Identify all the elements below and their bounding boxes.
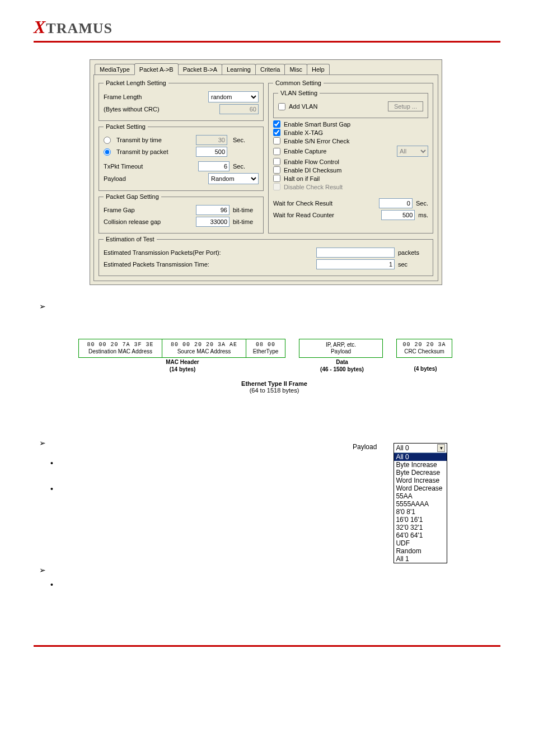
- select-payload[interactable]: Random: [208, 173, 259, 184]
- input-transmit-time: [196, 135, 227, 145]
- payload-options-list: All 0 Byte Increase Byte Decrease Word I…: [394, 453, 447, 563]
- check-capture[interactable]: [273, 148, 280, 155]
- bullet-dot-3: •: [50, 580, 500, 589]
- payload-opt-10[interactable]: 64'0 64'1: [394, 531, 447, 539]
- group-vlan: VLAN Setting Add VLAN Setup ...: [273, 90, 428, 118]
- bullet-1: ➢: [39, 302, 500, 311]
- check-xtag[interactable]: [273, 129, 280, 136]
- payload-opt-5[interactable]: 55AA: [394, 492, 447, 500]
- check-flow-control[interactable]: [273, 158, 280, 165]
- select-frame-length[interactable]: random: [208, 91, 259, 102]
- brand-header: XTRAMUS: [34, 17, 500, 43]
- group-packet-length: Packet Length Setting Frame Length rando…: [99, 80, 264, 121]
- check-add-vlan[interactable]: [278, 103, 285, 110]
- label-transmit-packet: Transmit by packet: [116, 148, 193, 155]
- chevron-down-icon[interactable]: ▼: [437, 444, 445, 452]
- payload-opt-0[interactable]: All 0: [394, 453, 447, 461]
- label-transmit-time: Transmit by time: [116, 137, 193, 143]
- label-frame-length: Frame Length: [104, 94, 205, 100]
- tab-bar: MediaType Packet A->B Packet B->A Learni…: [93, 63, 438, 74]
- label-capture: Enable Capture: [284, 148, 395, 155]
- fd-payload: IP, ARP, etc. Payload: [299, 339, 383, 358]
- label-est-time: Estimated Packets Transmission Time:: [104, 261, 313, 268]
- radio-transmit-time[interactable]: [104, 137, 111, 144]
- footer-rule: [34, 645, 500, 647]
- input-wait-read[interactable]: [381, 210, 415, 220]
- payload-opt-11[interactable]: UDF: [394, 539, 447, 547]
- fd-title: Ethernet Type II Frame (64 to 1518 bytes…: [78, 380, 470, 394]
- label-frame-gap: Frame Gap: [104, 207, 193, 213]
- legend-common: Common Setting: [273, 80, 324, 86]
- fd-crc: 00 20 20 3A CRC Checksum: [396, 339, 452, 358]
- payload-opt-9[interactable]: 32'0 32'1: [394, 524, 447, 531]
- group-packet-gap: Packet Gap Setting Frame Gap bit-time Co…: [99, 193, 264, 234]
- label-payload-dd: Payload: [353, 443, 377, 451]
- label-add-vlan: Add VLAN: [289, 103, 385, 110]
- group-common-setting: Common Setting VLAN Setting Add VLAN Set…: [268, 80, 433, 234]
- payload-dropdown[interactable]: All 0 ▼ All 0 Byte Increase Byte Decreas…: [394, 443, 447, 563]
- payload-opt-1[interactable]: Byte Increase: [394, 461, 447, 469]
- input-wait-check[interactable]: [379, 198, 413, 208]
- unit-frame-gap: bit-time: [233, 207, 259, 213]
- tab-panel: Packet Length Setting Frame Length rando…: [93, 74, 438, 281]
- tab-mediatype[interactable]: MediaType: [95, 64, 135, 74]
- label-sn-error: Enable S/N Error Check: [284, 138, 349, 144]
- label-wait-read: Wait for Read Counter: [273, 212, 378, 218]
- check-halt-fail[interactable]: [273, 175, 280, 182]
- check-disable-check-result: [273, 183, 280, 190]
- fd-ethertype: 08 00 EtherType: [246, 339, 285, 358]
- label-collision-gap: Collision release gap: [104, 218, 193, 225]
- radio-transmit-packet[interactable]: [104, 148, 111, 156]
- check-smart-burst-gap[interactable]: [273, 120, 280, 128]
- tab-packet-a-b[interactable]: Packet A->B: [134, 63, 179, 75]
- fd-dest: 80 00 20 7A 3F 3E Destination MAC Addres…: [78, 339, 162, 358]
- ethernet-frame-diagram: 80 00 20 7A 3F 3E Destination MAC Addres…: [78, 339, 470, 394]
- check-sn-error[interactable]: [273, 137, 280, 144]
- unit-collision-gap: bit-time: [233, 218, 259, 225]
- input-transmit-packet[interactable]: [196, 147, 227, 157]
- label-xtag: Enable X-TAG: [284, 129, 323, 136]
- label-disable-check-result: Disable Check Result: [284, 184, 343, 190]
- payload-opt-13[interactable]: All 1: [394, 555, 447, 563]
- input-bytes-no-crc: [219, 104, 259, 114]
- select-capture-mode: All: [397, 146, 428, 157]
- input-est-packets: [316, 248, 395, 258]
- payload-opt-6[interactable]: 5555AAAA: [394, 500, 447, 508]
- label-est-packets: Estimated Transmission Packets(Per Port)…: [104, 249, 313, 256]
- label-payload: Payload: [104, 175, 205, 182]
- payload-opt-8[interactable]: 16'0 16'1: [394, 516, 447, 524]
- payload-opt-3[interactable]: Word Increase: [394, 477, 447, 484]
- legend-packet-setting: Packet Setting: [104, 123, 148, 130]
- tab-packet-b-a[interactable]: Packet B->A: [178, 64, 222, 74]
- button-vlan-setup[interactable]: Setup ...: [388, 101, 423, 111]
- packet-config-dialog: MediaType Packet A->B Packet B->A Learni…: [90, 59, 442, 285]
- unit-transmit-time: Sec.: [233, 137, 259, 143]
- unit-est-packets: packets: [398, 249, 428, 256]
- bullet-3: ➢: [39, 566, 500, 575]
- input-txpkt-timeout[interactable]: [198, 161, 229, 171]
- label-bytes-no-crc: (Bytes without CRC): [104, 106, 216, 113]
- tab-criteria[interactable]: Criteria: [255, 64, 285, 74]
- check-di-checksum[interactable]: [273, 166, 280, 174]
- label-flow-control: Enable Flow Control: [284, 158, 339, 165]
- input-frame-gap[interactable]: [196, 205, 229, 215]
- payload-opt-4[interactable]: Word Decrease: [394, 484, 447, 492]
- tab-misc[interactable]: Misc: [284, 64, 307, 74]
- payload-opt-7[interactable]: 8'0 8'1: [394, 508, 447, 516]
- label-txpkt-timeout: TxPkt Timeout: [104, 163, 195, 170]
- checks-container: Enable Smart Burst Gap Enable X-TAG Enab…: [273, 120, 428, 190]
- legend-vlan: VLAN Setting: [278, 90, 320, 96]
- label-di-checksum: Enable DI Checksum: [284, 167, 341, 174]
- payload-selected-value: All 0: [396, 444, 409, 452]
- tab-help[interactable]: Help: [307, 64, 330, 74]
- legend-packet-gap: Packet Gap Setting: [104, 193, 161, 200]
- brand-logo: XTRAMUS: [34, 20, 113, 36]
- payload-opt-2[interactable]: Byte Decrease: [394, 469, 447, 477]
- tab-learning[interactable]: Learning: [222, 64, 256, 74]
- label-wait-check: Wait for Check Result: [273, 200, 376, 207]
- input-est-time: [316, 259, 395, 269]
- label-halt-fail: Halt on if Fail: [284, 175, 320, 182]
- fd-src: 80 00 20 20 3A AE Source MAC Address: [162, 339, 246, 358]
- input-collision-gap[interactable]: [196, 217, 229, 227]
- payload-opt-12[interactable]: Random: [394, 547, 447, 555]
